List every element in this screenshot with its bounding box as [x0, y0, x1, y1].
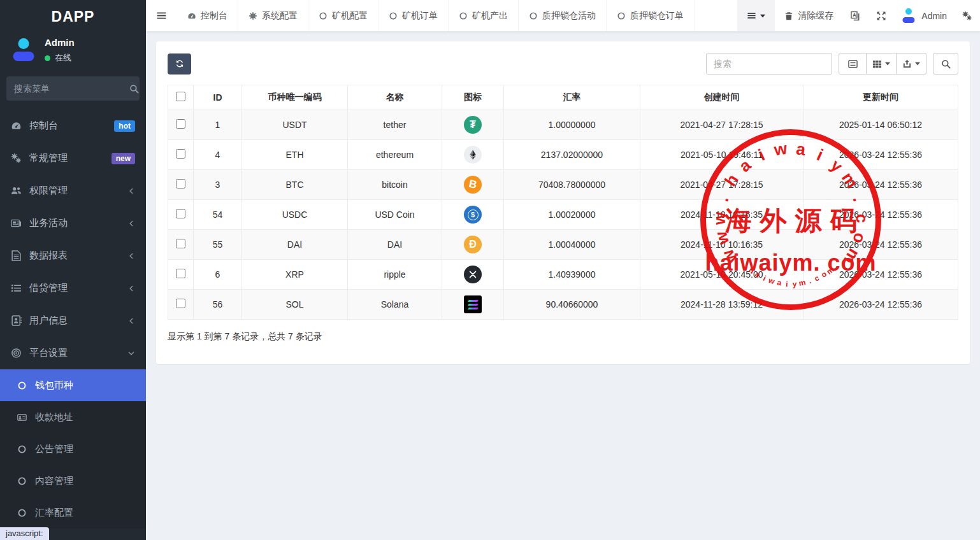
cell-rate: 1.00000000 — [504, 110, 640, 140]
chevron-down-icon — [127, 350, 135, 357]
cell-code: SOL — [242, 290, 348, 320]
cell-code: BTC — [242, 170, 348, 200]
chevron-left-icon — [127, 220, 135, 227]
row-checkbox-cell — [168, 230, 194, 260]
nav-tab[interactable]: 矿机订单 — [378, 0, 449, 31]
search-button[interactable] — [933, 53, 958, 75]
nav-tab-label: 质押锁仓活动 — [542, 10, 596, 22]
tab-list-dropdown[interactable] — [737, 0, 775, 31]
circle-icon — [319, 11, 328, 20]
sidebar-search-input[interactable] — [14, 83, 129, 94]
nav-tab[interactable]: 质押锁仓活动 — [519, 0, 607, 31]
usdc-coin-icon: $ — [464, 206, 482, 224]
cell-name: bitcoin — [348, 170, 442, 200]
sidebar-subitem[interactable]: 公告管理 — [0, 433, 146, 465]
users-icon — [11, 185, 22, 196]
export-button[interactable] — [897, 53, 926, 75]
row-checkbox[interactable] — [176, 239, 185, 248]
cell-created: 2021-04-27 17:28:15 — [640, 110, 803, 140]
top-navbar: 控制台系统配置矿机配置矿机订单矿机产出质押锁仓活动质押锁仓订单 清除缓存 A A… — [146, 0, 980, 32]
clear-cache-button[interactable]: 清除缓存 — [775, 0, 843, 31]
cell-id: 56 — [194, 290, 242, 320]
sidebar-item[interactable]: 业务活动 — [0, 207, 146, 239]
table-header-row: ID币种唯一编码名称图标汇率创建时间更新时间 — [168, 85, 958, 110]
column-header: 名称 — [348, 85, 442, 110]
avatar — [902, 8, 916, 24]
select-all-checkbox[interactable] — [176, 92, 185, 101]
cell-name: ethereum — [348, 140, 442, 170]
cell-icon: ₮ — [442, 110, 504, 140]
column-header: 图标 — [442, 85, 504, 110]
address-book-icon — [11, 315, 22, 326]
chevron-left-icon — [127, 285, 135, 292]
cell-created: 2021-05-10 19:46:11 — [640, 140, 803, 170]
circle-icon — [17, 476, 28, 486]
row-checkbox[interactable] — [176, 149, 185, 159]
table-search-input[interactable] — [706, 53, 832, 75]
nav-tab[interactable]: 矿机配置 — [308, 0, 378, 31]
nav-tab[interactable]: 控制台 — [177, 0, 238, 31]
clear-cache-label: 清除缓存 — [798, 10, 833, 22]
sidebar-subitem[interactable]: 内容管理 — [0, 465, 146, 497]
row-checkbox-cell — [168, 140, 194, 170]
cell-updated: 2025-01-14 06:50:12 — [803, 110, 958, 140]
row-checkbox-cell — [168, 110, 194, 140]
cell-updated: 2026-03-24 12:55:36 — [803, 140, 958, 170]
row-checkbox[interactable] — [176, 299, 185, 308]
row-checkbox-cell — [168, 170, 194, 200]
user-status: 在线 — [45, 52, 75, 64]
cell-code: ETH — [242, 140, 348, 170]
newspaper-icon — [11, 218, 22, 229]
content-panel: ID币种唯一编码名称图标汇率创建时间更新时间 1USDTtether₮1.000… — [156, 41, 970, 364]
sidebar-subitem[interactable]: 钱包币种 — [0, 369, 146, 401]
sidebar-item[interactable]: 权限管理 — [0, 174, 146, 207]
refresh-button[interactable] — [168, 53, 191, 75]
list-icon — [747, 11, 756, 20]
caret-down-icon — [760, 14, 765, 18]
row-checkbox[interactable] — [176, 209, 185, 218]
sidebar-item[interactable]: 用户信息 — [0, 304, 146, 337]
row-checkbox[interactable] — [176, 179, 185, 188]
sidebar-subitem-label: 内容管理 — [35, 475, 73, 487]
row-checkbox[interactable] — [176, 119, 185, 129]
sidebar-item[interactable]: 控制台hot — [0, 110, 146, 142]
cell-id: 4 — [194, 140, 242, 170]
user-avatar — [11, 38, 36, 63]
cell-name: USD Coin — [348, 200, 442, 230]
sidebar-subitem[interactable]: 收款地址 — [0, 401, 146, 433]
brand-title: DAPP — [0, 0, 146, 33]
settings-button[interactable] — [955, 0, 980, 31]
cell-code: XRP — [242, 260, 348, 290]
table-row: 55DAIDAIƉ1.000400002024-11-10 10:16:3520… — [168, 230, 958, 260]
user-menu[interactable]: Admin — [894, 0, 955, 31]
fullscreen-button[interactable] — [868, 0, 894, 31]
cell-updated: 2026-03-24 12:55:36 — [803, 290, 958, 320]
column-header: 汇率 — [504, 85, 640, 110]
circle-icon — [389, 11, 398, 20]
row-checkbox[interactable] — [176, 269, 185, 278]
menu-toggle-button[interactable] — [146, 0, 177, 31]
sidebar-subitem[interactable]: 汇率配置 — [0, 497, 146, 529]
sidebar-item[interactable]: 常规管理new — [0, 142, 146, 174]
sidebar-item[interactable]: 平台设置 — [0, 337, 146, 369]
columns-button[interactable] — [867, 53, 897, 75]
cell-name: ripple — [348, 260, 442, 290]
nav-tab[interactable]: 矿机产出 — [449, 0, 519, 31]
cell-rate: 1.00020000 — [504, 200, 640, 230]
cell-code: USDT — [242, 110, 348, 140]
nav-tab[interactable]: 系统配置 — [238, 0, 308, 31]
toggle-view-button[interactable] — [839, 53, 867, 75]
sidebar-item[interactable]: 借贷管理 — [0, 272, 146, 304]
row-checkbox-cell — [168, 260, 194, 290]
table-view-buttons — [839, 53, 926, 75]
cell-icon: B — [442, 170, 504, 200]
language-button[interactable]: A — [843, 0, 868, 31]
nav-user-name: Admin — [921, 11, 947, 21]
svg-text:A: A — [853, 12, 856, 18]
sidebar-submenu: 钱包币种收款地址公告管理内容管理汇率配置 — [0, 369, 146, 529]
caret-down-icon — [885, 62, 890, 66]
table-row: 1USDTtether₮1.000000002021-04-27 17:28:1… — [168, 110, 958, 140]
gear-icon — [249, 11, 257, 20]
nav-tab[interactable]: 质押锁仓订单 — [607, 0, 695, 31]
sidebar-item[interactable]: 数据报表 — [0, 239, 146, 272]
